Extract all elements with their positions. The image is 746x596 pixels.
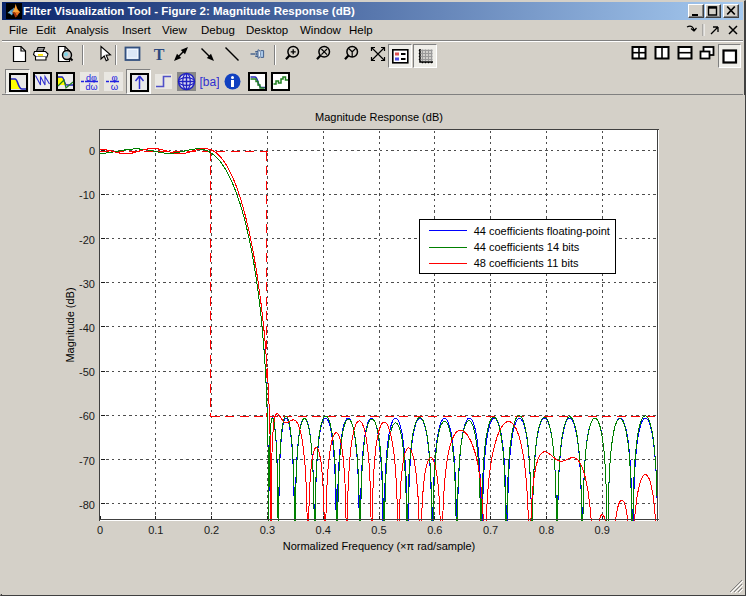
svg-text:0.9: 0.9	[595, 524, 610, 536]
svg-text:44 coefficients floating-point: 44 coefficients floating-point	[474, 225, 610, 237]
svg-text:dω: dω	[85, 82, 97, 91]
svg-text:0.2: 0.2	[204, 524, 219, 536]
svg-text:0.4: 0.4	[316, 524, 331, 536]
svg-text:-10: -10	[79, 189, 95, 201]
svg-text:Magnitude Response (dB): Magnitude Response (dB)	[315, 111, 443, 123]
svg-text:0.1: 0.1	[148, 524, 163, 536]
svg-text:0.7: 0.7	[483, 524, 498, 536]
svg-text:dφ: dφ	[86, 73, 97, 83]
svg-text:[ba]: [ba]	[200, 75, 219, 89]
svg-text:0.5: 0.5	[371, 524, 386, 536]
svg-text:0: 0	[89, 145, 95, 157]
svg-text:48 coefficients 11 bits: 48 coefficients 11 bits	[474, 257, 579, 269]
svg-text:-70: -70	[79, 455, 95, 467]
svg-text:T: T	[154, 46, 165, 63]
svg-text:ω: ω	[111, 81, 119, 91]
svg-text:-30: -30	[79, 278, 95, 290]
svg-text:-20: -20	[79, 234, 95, 246]
svg-text:-60: -60	[79, 410, 95, 422]
svg-text:0.6: 0.6	[427, 524, 442, 536]
svg-text:Magnitude (dB): Magnitude (dB)	[64, 287, 76, 362]
svg-text:-40: -40	[79, 322, 95, 334]
svg-text:44 coefficients 14 bits: 44 coefficients 14 bits	[474, 241, 580, 253]
svg-text:0: 0	[97, 524, 103, 536]
svg-text:0.8: 0.8	[539, 524, 554, 536]
svg-text:-50: -50	[79, 366, 95, 378]
svg-text:Normalized Frequency (×π rad/s: Normalized Frequency (×π rad/sample)	[283, 540, 476, 552]
svg-text:-80: -80	[79, 499, 95, 511]
svg-text:0.3: 0.3	[260, 524, 275, 536]
